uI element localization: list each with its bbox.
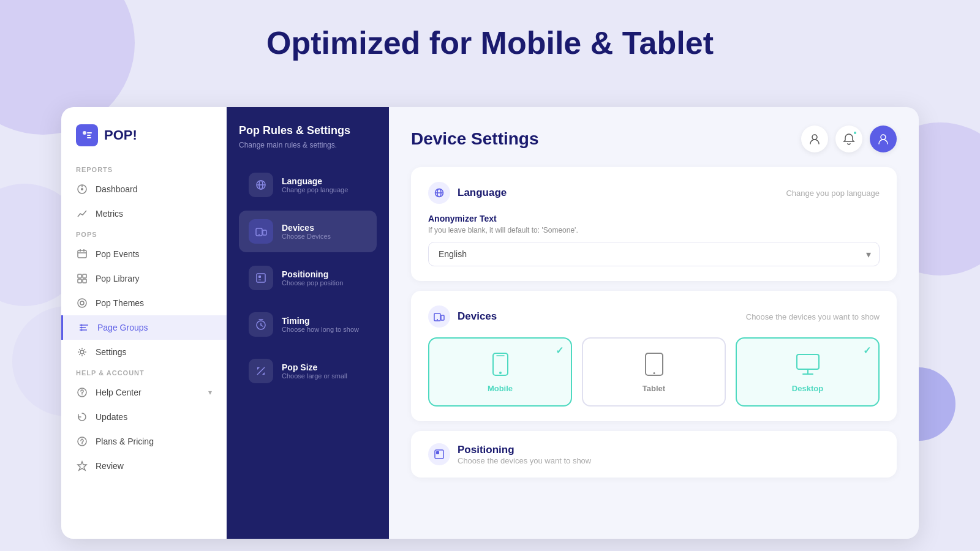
language-card-icon [428, 182, 450, 204]
sidebar-label-pop-library: Pop Library [96, 274, 140, 283]
svg-rect-58 [435, 450, 443, 459]
settings-item-devices[interactable]: Devices Choose Devices [239, 211, 377, 252]
notification-dot [853, 130, 858, 135]
svg-rect-3 [87, 137, 91, 138]
logo-icon [76, 124, 98, 146]
sidebar-label-dashboard: Dashboard [96, 184, 138, 194]
updates-icon [76, 411, 88, 423]
sidebar-section-help: HELP & ACCOUNT [61, 364, 227, 380]
tablet-icon [641, 351, 668, 378]
sidebar-item-pop-themes[interactable]: Pop Themes [61, 291, 227, 315]
mobile-check-icon: ✓ [556, 345, 564, 356]
svg-point-25 [81, 394, 83, 395]
svg-point-26 [78, 437, 86, 446]
avatar-button[interactable] [870, 126, 897, 152]
svg-point-20 [81, 324, 83, 326]
settings-item-pop-size[interactable]: Pop Size Choose large or small [239, 350, 377, 392]
language-select[interactable]: English Spanish French [428, 242, 880, 266]
sidebar-label-help-center: Help Center [96, 388, 141, 397]
svg-rect-1 [87, 132, 92, 133]
sidebar-item-review[interactable]: Review [61, 454, 227, 478]
sidebar-item-page-groups[interactable]: Page Groups [61, 315, 227, 340]
sidebar-item-help-center[interactable]: Help Center ▾ [61, 380, 227, 405]
language-card-title-row: Language [428, 182, 507, 204]
device-card-desktop[interactable]: ✓ Desktop [736, 337, 880, 407]
sidebar-section-reports: REPORTS [61, 161, 227, 177]
sidebar-item-settings[interactable]: Settings [61, 340, 227, 364]
settings-devices-text: Devices Choose Devices [282, 223, 331, 240]
settings-language-text: Language Change pop language [282, 176, 348, 193]
right-panel-header: Device Settings [411, 126, 897, 152]
language-card-title: Language [458, 187, 507, 199]
svg-rect-32 [263, 230, 266, 235]
language-card-subtitle: Change you pop language [786, 189, 880, 198]
svg-point-51 [499, 372, 502, 374]
sidebar-item-plans-pricing[interactable]: Plans & Pricing [61, 429, 227, 454]
header-icons [801, 126, 897, 152]
svg-point-23 [80, 350, 84, 354]
devices-card: Devices Choose the devices you want to s… [411, 291, 897, 421]
svg-marker-27 [78, 462, 86, 470]
positioning-card-subtitle: Choose the devices you want to show [458, 456, 591, 465]
sidebar-item-metrics[interactable]: Metrics [61, 201, 227, 226]
positioning-card-title: Positioning [458, 444, 591, 456]
svg-rect-13 [78, 279, 81, 283]
svg-point-21 [81, 327, 83, 329]
metrics-icon [76, 208, 88, 220]
settings-item-positioning[interactable]: Positioning Choose pop position [239, 257, 377, 299]
pop-size-icon-wrap [249, 359, 273, 383]
positioning-card: Positioning Choose the devices you want … [411, 431, 897, 478]
notification-button[interactable] [835, 126, 862, 152]
sidebar-item-pop-events[interactable]: Pop Events [61, 242, 227, 266]
user-button[interactable] [801, 126, 828, 152]
sidebar-label-page-groups: Page Groups [97, 323, 148, 332]
sidebar-logo: POP! [61, 124, 227, 161]
sidebar-section-pops: POPS [61, 226, 227, 242]
settings-positioning-text: Positioning Choose pop position [282, 269, 343, 287]
svg-point-43 [881, 135, 886, 140]
settings-item-timing[interactable]: Timing Choose how long to show [239, 304, 377, 345]
devices-card-subtitle: Choose the devices you want to show [746, 312, 880, 321]
pop-events-icon [76, 248, 88, 260]
anonymizer-hint: If you leave blank, it will default to: … [428, 226, 880, 234]
settings-pop-size-text: Pop Size Choose large or small [282, 362, 347, 380]
settings-timing-text: Timing Choose how long to show [282, 316, 359, 333]
sidebar: POP! REPORTS Dashboard Metrics PO [61, 107, 227, 539]
sidebar-label-pop-events: Pop Events [96, 249, 140, 259]
mobile-icon [487, 351, 514, 378]
svg-point-0 [83, 131, 86, 135]
sidebar-item-pop-library[interactable]: Pop Library [61, 266, 227, 291]
language-icon-wrap [249, 173, 273, 197]
anonymizer-label: Anonymizer Text [428, 214, 880, 223]
middle-panel: Pop Rules & Settings Change main rules &… [227, 107, 389, 539]
settings-item-language[interactable]: Language Change pop language [239, 164, 377, 206]
devices-card-icon [428, 305, 450, 328]
middle-panel-subtitle: Change main rules & settings. [239, 141, 377, 149]
positioning-card-icon [428, 443, 450, 465]
device-card-tablet[interactable]: Tablet [582, 337, 726, 407]
svg-point-5 [81, 188, 83, 190]
svg-point-15 [78, 299, 86, 307]
sidebar-item-updates[interactable]: Updates [61, 405, 227, 429]
svg-rect-48 [441, 315, 444, 320]
devices-card-title-row: Devices [428, 305, 497, 328]
svg-rect-11 [78, 274, 81, 278]
sidebar-label-settings: Settings [96, 347, 127, 357]
svg-point-22 [81, 329, 83, 331]
svg-rect-12 [83, 274, 86, 278]
help-icon [76, 386, 88, 399]
review-icon [76, 460, 88, 472]
positioning-card-text: Positioning Choose the devices you want … [458, 444, 591, 465]
sidebar-item-dashboard[interactable]: Dashboard [61, 177, 227, 201]
svg-point-42 [812, 135, 817, 140]
devices-grid: ✓ Mobile [428, 337, 880, 407]
device-card-mobile[interactable]: ✓ Mobile [428, 337, 572, 407]
sidebar-label-metrics: Metrics [96, 209, 123, 219]
devices-card-header: Devices Choose the devices you want to s… [428, 305, 880, 328]
language-card: Language Change you pop language Anonymi… [411, 167, 897, 281]
language-select-wrapper: English Spanish French ▾ [428, 242, 880, 266]
tablet-label: Tablet [643, 384, 665, 393]
sidebar-label-plans-pricing: Plans & Pricing [96, 437, 154, 446]
svg-point-16 [80, 301, 84, 305]
plans-icon [76, 435, 88, 448]
